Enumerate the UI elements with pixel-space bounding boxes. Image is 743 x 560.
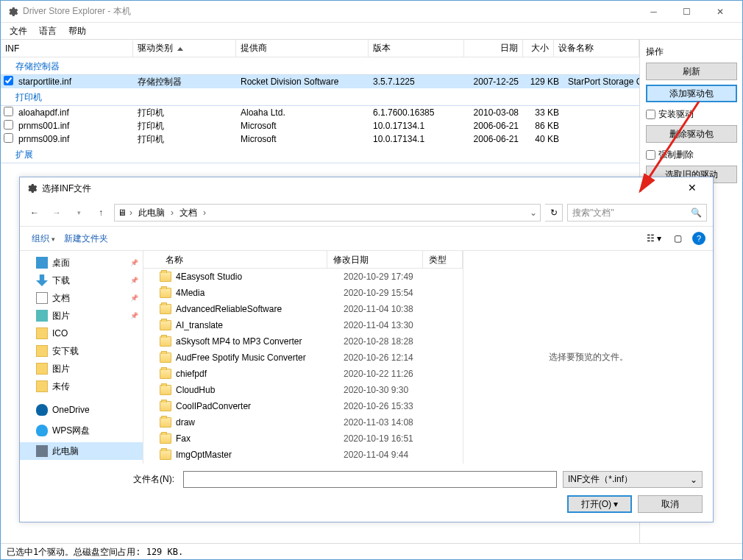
file-row[interactable]: AdvancedReliableSoftware2020-11-04 10:38 bbox=[143, 301, 463, 317]
file-name: chiefpdf bbox=[176, 369, 344, 379]
search-input[interactable]: 搜索"文档" 🔍 bbox=[567, 204, 707, 221]
force-checkbox[interactable] bbox=[646, 150, 655, 160]
dialog-close-button[interactable]: ✕ bbox=[678, 178, 707, 199]
open-button[interactable]: 打开(O) ▾ bbox=[567, 495, 632, 513]
address-bar[interactable]: 🖥 › 此电脑 › 文档 › ⌄ bbox=[114, 204, 541, 221]
filecol-name[interactable]: 名称 bbox=[143, 251, 327, 268]
file-list[interactable]: 4Easysoft Studio2020-10-29 17:494Media20… bbox=[143, 269, 463, 464]
install-checkbox[interactable] bbox=[646, 110, 655, 119]
tree-wc[interactable]: 未传 bbox=[20, 378, 143, 395]
group-printer[interactable]: 打印机 bbox=[1, 88, 639, 106]
nav-up-icon[interactable]: ↑ bbox=[92, 204, 110, 221]
file-row[interactable]: 4Easysoft Studio2020-10-29 17:49 bbox=[143, 269, 463, 285]
col-size[interactable]: 大小 bbox=[523, 40, 554, 57]
tree-desktop[interactable]: 桌面 bbox=[20, 254, 143, 272]
col-category[interactable]: 驱动类别 bbox=[133, 40, 236, 57]
row-checkbox[interactable] bbox=[4, 120, 13, 130]
view-mode-icon[interactable]: ☷ ▾ bbox=[644, 230, 664, 247]
new-folder-button[interactable]: 新建文件夹 bbox=[60, 230, 113, 248]
nav-recent-icon[interactable]: ▾ bbox=[70, 204, 88, 221]
tree-thispc[interactable]: 此电脑 bbox=[20, 442, 143, 460]
nav-forward-icon[interactable]: → bbox=[48, 204, 65, 221]
folder-icon bbox=[160, 304, 171, 314]
close-button[interactable]: ✕ bbox=[703, 1, 736, 22]
file-row[interactable]: CloudHub2020-10-30 9:30 bbox=[143, 382, 463, 398]
help-icon[interactable]: ? bbox=[692, 232, 705, 245]
file-row[interactable]: chiefpdf2020-10-22 11:26 bbox=[143, 366, 463, 382]
install-checkbox-row[interactable]: 安装驱动 bbox=[644, 107, 738, 125]
breadcrumb-folder[interactable]: 文档 bbox=[177, 205, 200, 221]
file-row[interactable]: draw2020-11-03 14:08 bbox=[143, 414, 463, 430]
driver-row[interactable]: prnms001.inf 打印机 Microsoft 10.0.17134.1 … bbox=[1, 119, 639, 132]
row-checkbox[interactable] bbox=[4, 76, 13, 85]
driver-row[interactable]: prnms009.inf 打印机 Microsoft 10.0.17134.1 … bbox=[1, 132, 639, 146]
folder-icon bbox=[36, 345, 48, 357]
col-version[interactable]: 版本 bbox=[369, 40, 464, 57]
folder-icon bbox=[160, 320, 171, 330]
driver-row[interactable]: aloahapdf.inf 打印机 Aloaha Ltd. 6.1.7600.1… bbox=[1, 106, 639, 119]
filecol-date[interactable]: 修改日期 bbox=[327, 251, 423, 268]
preview-pane-icon[interactable]: ▢ bbox=[667, 230, 688, 247]
file-row[interactable]: ImgOptMaster2020-11-04 9:44 bbox=[143, 447, 463, 463]
cancel-button[interactable]: 取消 bbox=[638, 495, 703, 513]
tree-axz[interactable]: 安下载 bbox=[20, 342, 143, 360]
folder-tree[interactable]: 桌面 下载 文档 图片 ICO 安下载 图片 未传 OneDrive WPS网盘… bbox=[20, 251, 143, 464]
driver-row[interactable]: starportlite.inf 存储控制器 Rocket Division S… bbox=[1, 75, 639, 88]
file-row[interactable]: AudFree Spotify Music Converter2020-10-2… bbox=[143, 350, 463, 366]
title-bar: Driver Store Explorer - 本机 ─ ☐ ✕ bbox=[1, 1, 742, 23]
tree-network[interactable]: 网络 bbox=[20, 463, 143, 464]
app-icon bbox=[7, 6, 18, 18]
file-row[interactable]: Fax2020-10-19 16:51 bbox=[143, 430, 463, 447]
tree-documents[interactable]: 文档 bbox=[20, 289, 143, 307]
file-row[interactable]: aSkysoft MP4 to MP3 Converter2020-10-28 … bbox=[143, 333, 463, 350]
force-checkbox-row[interactable]: 强制删除 bbox=[644, 147, 738, 166]
add-driver-button[interactable]: 添加驱动包 bbox=[646, 85, 737, 102]
menu-file[interactable]: 文件 bbox=[4, 24, 33, 39]
row-checkbox[interactable] bbox=[4, 133, 13, 143]
folder-icon bbox=[160, 385, 171, 395]
col-device[interactable]: 设备名称 bbox=[554, 40, 639, 57]
tree-downloads[interactable]: 下载 bbox=[20, 272, 143, 289]
col-date[interactable]: 日期 bbox=[464, 40, 523, 57]
file-date: 2020-10-19 16:51 bbox=[344, 433, 439, 444]
file-filter-dropdown[interactable]: INF文件（*.inf）⌄ bbox=[563, 471, 703, 488]
onedrive-icon bbox=[36, 404, 48, 416]
file-name: 4Easysoft Studio bbox=[176, 272, 344, 282]
dialog-title: 选择INF文件 bbox=[42, 182, 678, 195]
row-checkbox[interactable] bbox=[4, 107, 13, 116]
file-name: AdvancedReliableSoftware bbox=[176, 304, 344, 314]
search-icon: 🔍 bbox=[691, 208, 702, 218]
tree-wps[interactable]: WPS网盘 bbox=[20, 422, 143, 439]
file-row[interactable]: CoolIPadConverter2020-10-26 15:33 bbox=[143, 398, 463, 414]
menu-language[interactable]: 语言 bbox=[33, 24, 63, 39]
tree-onedrive[interactable]: OneDrive bbox=[20, 401, 143, 419]
driver-list-header: INF 驱动类别 提供商 版本 日期 大小 设备名称 bbox=[1, 40, 639, 57]
group-storage[interactable]: 存储控制器 bbox=[1, 57, 639, 75]
nav-back-icon[interactable]: ← bbox=[26, 204, 43, 221]
tree-pictures[interactable]: 图片 bbox=[20, 307, 143, 325]
maximize-button[interactable]: ☐ bbox=[670, 1, 703, 22]
breadcrumb-root[interactable]: 此电脑 bbox=[135, 205, 168, 221]
minimize-button[interactable]: ─ bbox=[637, 1, 670, 22]
tree-pic2[interactable]: 图片 bbox=[20, 360, 143, 378]
file-row[interactable]: 4Media2020-10-29 15:54 bbox=[143, 285, 463, 301]
file-date: 2020-10-30 9:30 bbox=[344, 385, 439, 395]
col-inf[interactable]: INF bbox=[1, 40, 133, 57]
file-date: 2020-11-04 13:30 bbox=[344, 320, 439, 330]
nav-refresh-icon[interactable]: ↻ bbox=[545, 204, 563, 221]
remove-driver-button[interactable]: 删除驱动包 bbox=[646, 125, 737, 143]
path-dropdown-icon[interactable]: ⌄ bbox=[530, 208, 537, 218]
desktop-icon bbox=[36, 257, 48, 269]
file-row[interactable]: AI_translate2020-11-04 13:30 bbox=[143, 317, 463, 333]
tree-ico[interactable]: ICO bbox=[20, 325, 143, 342]
folder-icon bbox=[160, 288, 171, 298]
filecol-type[interactable]: 类型 bbox=[423, 251, 463, 268]
col-provider[interactable]: 提供商 bbox=[236, 40, 369, 57]
menu-help[interactable]: 帮助 bbox=[63, 24, 92, 39]
refresh-button[interactable]: 刷新 bbox=[646, 63, 737, 80]
operations-title: 操作 bbox=[644, 43, 738, 63]
preview-pane: 选择要预览的文件。 bbox=[463, 251, 713, 464]
organize-button[interactable]: 组织 bbox=[27, 230, 60, 248]
group-extension[interactable]: 扩展 bbox=[1, 146, 639, 163]
filename-input[interactable] bbox=[183, 471, 557, 488]
